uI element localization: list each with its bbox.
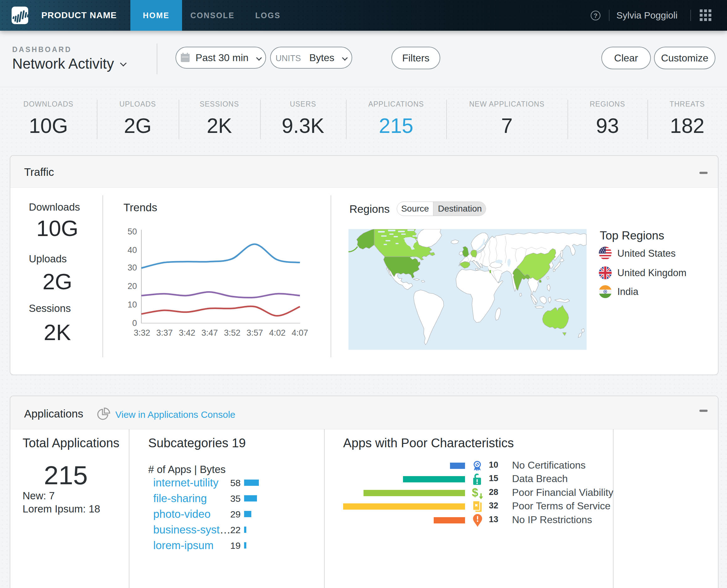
svg-text:3:47: 3:47	[201, 328, 218, 338]
svg-text:4:02: 4:02	[269, 328, 286, 338]
svg-text:4:07: 4:07	[292, 328, 308, 338]
svg-text:★: ★	[599, 251, 601, 253]
svg-text:20: 20	[128, 281, 137, 291]
svg-text:3:57: 3:57	[247, 328, 263, 338]
svg-text:3:32: 3:32	[134, 328, 150, 338]
svg-text:3:42: 3:42	[179, 328, 195, 338]
svg-text:$: $	[472, 486, 478, 499]
svg-text:10: 10	[128, 300, 137, 309]
svg-text:3:37: 3:37	[156, 328, 173, 338]
svg-text:0: 0	[132, 318, 137, 328]
svg-text:40: 40	[128, 246, 137, 255]
svg-text:3:52: 3:52	[224, 328, 241, 338]
svg-text:50: 50	[128, 227, 137, 236]
svg-text:★: ★	[602, 251, 603, 253]
svg-text:30: 30	[128, 263, 137, 272]
svg-text:★: ★	[604, 251, 605, 253]
